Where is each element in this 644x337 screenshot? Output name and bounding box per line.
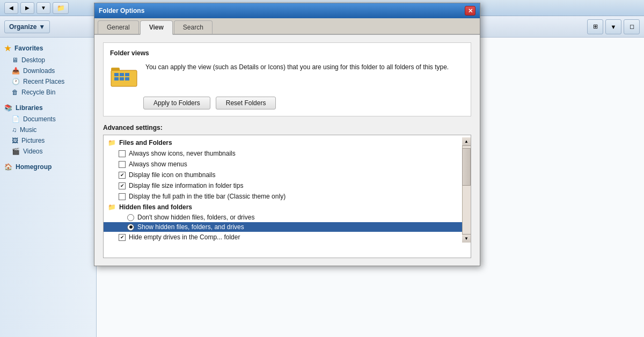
scroll-down-button[interactable]: ▼ bbox=[462, 234, 471, 243]
folder-options-dialog[interactable]: Folder Options ✕ General View Search Fol… bbox=[94, 3, 480, 266]
svg-rect-4 bbox=[120, 73, 124, 76]
recent-label: Recent Places bbox=[23, 78, 64, 85]
sidebar-item-pictures[interactable]: 🖼 Pictures bbox=[0, 135, 96, 146]
show-hidden-label: Show hidden files, folders, and drives bbox=[137, 223, 244, 231]
downloads-icon: 📥 bbox=[12, 67, 20, 75]
tab-view-label: View bbox=[149, 24, 164, 31]
sidebar-item-recycle[interactable]: 🗑 Recycle Bin bbox=[0, 87, 96, 98]
pictures-icon: 🖼 bbox=[12, 137, 18, 144]
always-icons-checkbox[interactable] bbox=[119, 150, 126, 157]
music-label: Music bbox=[20, 126, 36, 134]
sidebar-favorites-header[interactable]: ★ Favorites bbox=[0, 42, 96, 55]
dont-show-radio[interactable] bbox=[127, 214, 134, 221]
dialog-titlebar: Folder Options ✕ bbox=[94, 3, 480, 18]
sidebar-item-videos[interactable]: 🎬 Videos bbox=[0, 146, 96, 157]
svg-rect-6 bbox=[114, 77, 119, 80]
folder-views-description: You can apply the view (such as Details … bbox=[145, 62, 464, 72]
sidebar-libraries-header[interactable]: 📚 Libraries bbox=[0, 102, 96, 114]
scroll-up-button[interactable]: ▲ bbox=[462, 137, 471, 146]
folder-views-title: Folder views bbox=[110, 49, 464, 57]
files-folders-group-header: 📁 Files and Folders bbox=[104, 137, 462, 148]
sidebar: ★ Favorites 🖥 Desktop 📥 Downloads 🕐 Rece… bbox=[0, 38, 97, 337]
advanced-settings-list[interactable]: 📁 Files and Folders Always show icons, n… bbox=[103, 135, 471, 258]
libraries-folder-icon: 📚 bbox=[4, 104, 12, 112]
dialog-close-button[interactable]: ✕ bbox=[465, 6, 475, 16]
back-icon: ◀ bbox=[9, 5, 13, 11]
homegroup-label: Homegroup bbox=[16, 163, 52, 171]
toolbar-icons-group: ⊞ ▼ ◻ bbox=[587, 19, 640, 34]
adv-item-file-size[interactable]: Display file size information in folder … bbox=[104, 180, 462, 191]
preview-pane-button[interactable]: ◻ bbox=[624, 19, 640, 34]
file-icon-checkbox[interactable] bbox=[119, 172, 126, 179]
views-dropdown-button[interactable]: ▼ bbox=[605, 19, 621, 34]
svg-rect-7 bbox=[120, 77, 124, 80]
videos-icon: 🎬 bbox=[12, 148, 20, 155]
apply-to-folders-button[interactable]: Apply to Folders bbox=[143, 97, 210, 109]
full-path-label: Display the full path in the title bar (… bbox=[129, 193, 286, 200]
folder-views-body: You can apply the view (such as Details … bbox=[110, 62, 464, 90]
always-menus-checkbox[interactable] bbox=[119, 161, 126, 168]
scrollbar-track[interactable]: ▲ ▼ bbox=[462, 137, 471, 243]
hide-empty-checkbox[interactable] bbox=[119, 234, 126, 241]
nav-dropdown-icon: ▼ bbox=[41, 5, 46, 11]
sidebar-item-recent[interactable]: 🕐 Recent Places bbox=[0, 76, 96, 87]
favorites-label: Favorites bbox=[14, 45, 43, 52]
folder-icon-svg bbox=[110, 62, 138, 90]
pictures-label: Pictures bbox=[21, 137, 45, 144]
file-size-checkbox[interactable] bbox=[119, 182, 126, 189]
sidebar-homegroup-section: 🏠 Homegroup bbox=[0, 161, 96, 173]
tab-general[interactable]: General bbox=[98, 20, 139, 34]
tab-general-label: General bbox=[107, 24, 130, 31]
preview-pane-icon: ◻ bbox=[630, 23, 634, 30]
tab-view[interactable]: View bbox=[140, 20, 173, 35]
svg-rect-5 bbox=[125, 73, 129, 76]
views-grid-icon: ⊞ bbox=[593, 23, 598, 30]
always-menus-label: Always show menus bbox=[129, 160, 187, 168]
files-folders-icon: 📁 bbox=[108, 139, 116, 146]
organize-button[interactable]: Organize ▼ bbox=[4, 20, 50, 33]
sidebar-item-music[interactable]: ♫ Music bbox=[0, 124, 96, 135]
adv-item-file-icon[interactable]: Display file icon on thumbnails bbox=[104, 170, 462, 180]
nav-dropdown-button[interactable]: ▼ bbox=[36, 2, 50, 14]
recent-icon: 🕐 bbox=[12, 78, 20, 85]
adv-item-full-path[interactable]: Display the full path in the title bar (… bbox=[104, 191, 462, 202]
dont-show-label: Don't show hidden files, folders, or dri… bbox=[137, 214, 254, 221]
hidden-files-icon: 📁 bbox=[108, 203, 116, 211]
adv-radio-dont-show[interactable]: Don't show hidden files, folders, or dri… bbox=[104, 213, 462, 222]
scrollbar-thumb[interactable] bbox=[462, 148, 471, 186]
videos-label: Videos bbox=[23, 148, 42, 155]
adv-item-hide-empty[interactable]: Hide empty drives in the Comp... folder bbox=[104, 232, 462, 243]
list-scroll-area: 📁 Files and Folders Always show icons, n… bbox=[104, 137, 471, 243]
sidebar-item-downloads[interactable]: 📥 Downloads bbox=[0, 65, 96, 76]
hide-empty-label: Hide empty drives in the Comp... folder bbox=[129, 233, 240, 241]
sidebar-item-documents[interactable]: 📄 Documents bbox=[0, 114, 96, 124]
sidebar-libraries-section: 📚 Libraries 📄 Documents ♫ Music 🖼 Pictur… bbox=[0, 102, 96, 157]
back-button[interactable]: ◀ bbox=[4, 2, 18, 14]
show-hidden-radio[interactable] bbox=[127, 224, 134, 231]
sidebar-item-desktop[interactable]: 🖥 Desktop bbox=[0, 55, 96, 65]
music-icon: ♫ bbox=[12, 126, 17, 134]
downloads-label: Downloads bbox=[23, 67, 55, 75]
adv-radio-show-hidden[interactable]: Show hidden files, folders, and drives bbox=[104, 222, 462, 232]
full-path-checkbox[interactable] bbox=[119, 193, 126, 200]
file-size-label: Display file size information in folder … bbox=[129, 182, 243, 189]
reset-folders-button[interactable]: Reset Folders bbox=[216, 97, 276, 109]
sidebar-homegroup-header[interactable]: 🏠 Homegroup bbox=[0, 161, 96, 173]
files-folders-label: Files and Folders bbox=[119, 139, 172, 146]
homegroup-icon: 🏠 bbox=[4, 163, 12, 171]
forward-button[interactable]: ▶ bbox=[20, 2, 34, 14]
desktop-label: Desktop bbox=[21, 56, 45, 64]
adv-item-always-menus[interactable]: Always show menus bbox=[104, 159, 462, 170]
hidden-files-label: Hidden files and folders bbox=[119, 203, 192, 211]
libraries-label: Libraries bbox=[16, 104, 43, 112]
tab-search-label: Search bbox=[183, 24, 203, 31]
adv-item-always-icons[interactable]: Always show icons, never thumbnails bbox=[104, 148, 462, 159]
advanced-list-wrapper: 📁 Files and Folders Always show icons, n… bbox=[103, 135, 471, 258]
recycle-label: Recycle Bin bbox=[21, 89, 55, 96]
always-icons-label: Always show icons, never thumbnails bbox=[129, 150, 236, 157]
documents-icon: 📄 bbox=[12, 115, 20, 123]
folder-views-buttons: Apply to Folders Reset Folders bbox=[143, 97, 464, 109]
sidebar-favorites-section: ★ Favorites 🖥 Desktop 📥 Downloads 🕐 Rece… bbox=[0, 42, 96, 98]
tab-search[interactable]: Search bbox=[174, 20, 213, 34]
views-button[interactable]: ⊞ bbox=[587, 19, 603, 34]
